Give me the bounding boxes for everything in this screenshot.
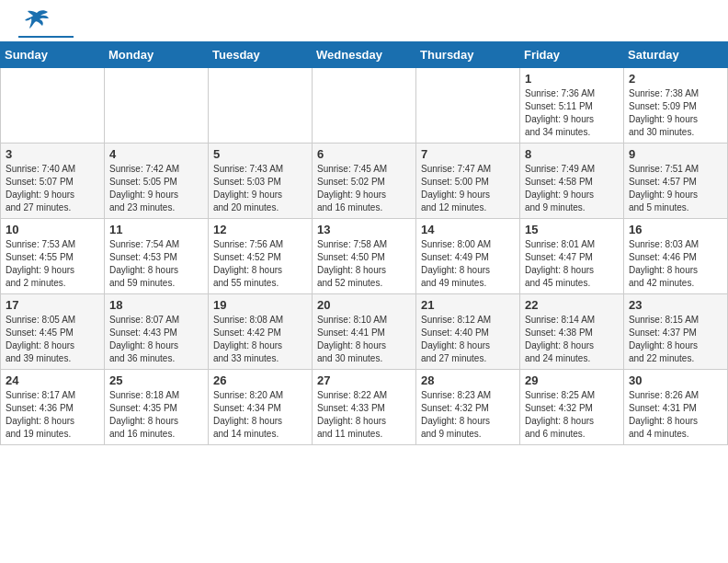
weekday-header-tuesday: Tuesday bbox=[209, 42, 313, 68]
calendar-cell: 28Sunrise: 8:23 AM Sunset: 4:32 PM Dayli… bbox=[416, 370, 520, 445]
day-number: 22 bbox=[525, 298, 619, 312]
day-number: 29 bbox=[525, 373, 619, 387]
day-info: Sunrise: 8:14 AM Sunset: 4:38 PM Dayligh… bbox=[525, 314, 619, 365]
day-number: 4 bbox=[109, 147, 203, 161]
calendar-cell: 20Sunrise: 8:10 AM Sunset: 4:41 PM Dayli… bbox=[313, 294, 416, 370]
day-number: 12 bbox=[213, 223, 307, 236]
day-number: 21 bbox=[421, 298, 515, 312]
calendar-cell: 17Sunrise: 8:05 AM Sunset: 4:45 PM Dayli… bbox=[1, 294, 105, 370]
day-info: Sunrise: 7:43 AM Sunset: 5:03 PM Dayligh… bbox=[213, 163, 307, 214]
day-number: 6 bbox=[317, 147, 411, 161]
day-number: 23 bbox=[629, 298, 722, 312]
weekday-header-monday: Monday bbox=[105, 42, 209, 68]
calendar-cell: 6Sunrise: 7:45 AM Sunset: 5:02 PM Daylig… bbox=[313, 144, 416, 219]
calendar-week-2: 3Sunrise: 7:40 AM Sunset: 5:07 PM Daylig… bbox=[1, 144, 728, 219]
day-number: 25 bbox=[109, 373, 203, 387]
day-info: Sunrise: 8:03 AM Sunset: 4:46 PM Dayligh… bbox=[629, 238, 722, 290]
day-number: 7 bbox=[421, 147, 515, 161]
calendar-cell: 27Sunrise: 8:22 AM Sunset: 4:33 PM Dayli… bbox=[313, 370, 416, 445]
day-number: 9 bbox=[629, 147, 722, 161]
calendar-cell: 4Sunrise: 7:42 AM Sunset: 5:05 PM Daylig… bbox=[105, 144, 209, 219]
calendar-week-1: 1Sunrise: 7:36 AM Sunset: 5:11 PM Daylig… bbox=[1, 68, 728, 144]
day-info: Sunrise: 8:01 AM Sunset: 4:47 PM Dayligh… bbox=[525, 238, 619, 290]
calendar-cell: 14Sunrise: 8:00 AM Sunset: 4:49 PM Dayli… bbox=[416, 219, 520, 294]
day-number: 16 bbox=[629, 223, 722, 236]
day-number: 20 bbox=[317, 298, 411, 312]
weekday-header-thursday: Thursday bbox=[416, 42, 520, 68]
calendar-cell: 9Sunrise: 7:51 AM Sunset: 4:57 PM Daylig… bbox=[624, 144, 728, 219]
day-info: Sunrise: 7:45 AM Sunset: 5:02 PM Dayligh… bbox=[317, 163, 411, 214]
calendar-cell: 23Sunrise: 8:15 AM Sunset: 4:37 PM Dayli… bbox=[624, 294, 728, 370]
weekday-header-friday: Friday bbox=[520, 42, 624, 68]
logo-underline bbox=[18, 36, 74, 38]
day-number: 18 bbox=[109, 298, 203, 312]
calendar-week-4: 17Sunrise: 8:05 AM Sunset: 4:45 PM Dayli… bbox=[1, 294, 728, 370]
day-number: 14 bbox=[421, 223, 515, 236]
calendar-cell: 22Sunrise: 8:14 AM Sunset: 4:38 PM Dayli… bbox=[520, 294, 624, 370]
day-info: Sunrise: 7:36 AM Sunset: 5:11 PM Dayligh… bbox=[525, 87, 619, 139]
calendar-cell: 15Sunrise: 8:01 AM Sunset: 4:47 PM Dayli… bbox=[520, 219, 624, 294]
day-info: Sunrise: 7:38 AM Sunset: 5:09 PM Dayligh… bbox=[629, 87, 722, 139]
day-info: Sunrise: 8:05 AM Sunset: 4:45 PM Dayligh… bbox=[6, 314, 99, 365]
day-info: Sunrise: 7:53 AM Sunset: 4:55 PM Dayligh… bbox=[6, 238, 99, 290]
day-info: Sunrise: 7:54 AM Sunset: 4:53 PM Dayligh… bbox=[109, 238, 203, 290]
calendar-cell: 11Sunrise: 7:54 AM Sunset: 4:53 PM Dayli… bbox=[105, 219, 209, 294]
day-number: 17 bbox=[6, 298, 99, 312]
weekday-header-sunday: Sunday bbox=[1, 42, 105, 68]
day-number: 3 bbox=[6, 147, 99, 161]
day-info: Sunrise: 7:56 AM Sunset: 4:52 PM Dayligh… bbox=[213, 238, 307, 290]
calendar-cell: 8Sunrise: 7:49 AM Sunset: 4:58 PM Daylig… bbox=[520, 144, 624, 219]
day-number: 24 bbox=[6, 373, 99, 387]
calendar-cell: 29Sunrise: 8:25 AM Sunset: 4:32 PM Dayli… bbox=[520, 370, 624, 445]
day-number: 27 bbox=[317, 373, 411, 387]
day-number: 5 bbox=[213, 147, 307, 161]
day-info: Sunrise: 8:22 AM Sunset: 4:33 PM Dayligh… bbox=[317, 389, 411, 441]
calendar-week-3: 10Sunrise: 7:53 AM Sunset: 4:55 PM Dayli… bbox=[1, 219, 728, 294]
calendar-table: SundayMondayTuesdayWednesdayThursdayFrid… bbox=[0, 41, 728, 445]
day-info: Sunrise: 8:07 AM Sunset: 4:43 PM Dayligh… bbox=[109, 314, 203, 365]
day-number: 2 bbox=[629, 72, 722, 86]
day-number: 30 bbox=[629, 373, 722, 387]
calendar-cell bbox=[209, 68, 313, 144]
logo-bird-icon bbox=[24, 9, 50, 35]
calendar-cell: 7Sunrise: 7:47 AM Sunset: 5:00 PM Daylig… bbox=[416, 144, 520, 219]
day-info: Sunrise: 7:58 AM Sunset: 4:50 PM Dayligh… bbox=[317, 238, 411, 290]
day-number: 15 bbox=[525, 223, 619, 236]
calendar-cell: 13Sunrise: 7:58 AM Sunset: 4:50 PM Dayli… bbox=[313, 219, 416, 294]
calendar-cell: 2Sunrise: 7:38 AM Sunset: 5:09 PM Daylig… bbox=[624, 68, 728, 144]
calendar-cell: 24Sunrise: 8:17 AM Sunset: 4:36 PM Dayli… bbox=[1, 370, 105, 445]
calendar-cell bbox=[416, 68, 520, 144]
calendar-cell: 5Sunrise: 7:43 AM Sunset: 5:03 PM Daylig… bbox=[209, 144, 313, 219]
day-info: Sunrise: 8:23 AM Sunset: 4:32 PM Dayligh… bbox=[421, 389, 515, 441]
day-number: 28 bbox=[421, 373, 515, 387]
day-info: Sunrise: 7:47 AM Sunset: 5:00 PM Dayligh… bbox=[421, 163, 515, 214]
weekday-header-row: SundayMondayTuesdayWednesdayThursdayFrid… bbox=[1, 42, 728, 68]
day-number: 19 bbox=[213, 298, 307, 312]
day-info: Sunrise: 8:25 AM Sunset: 4:32 PM Dayligh… bbox=[525, 389, 619, 441]
day-info: Sunrise: 8:12 AM Sunset: 4:40 PM Dayligh… bbox=[421, 314, 515, 365]
day-info: Sunrise: 8:00 AM Sunset: 4:49 PM Dayligh… bbox=[421, 238, 515, 290]
calendar-cell: 10Sunrise: 7:53 AM Sunset: 4:55 PM Dayli… bbox=[1, 219, 105, 294]
day-number: 11 bbox=[109, 223, 203, 236]
day-number: 13 bbox=[317, 223, 411, 236]
calendar-cell: 26Sunrise: 8:20 AM Sunset: 4:34 PM Dayli… bbox=[209, 370, 313, 445]
calendar-cell bbox=[313, 68, 416, 144]
calendar-cell: 30Sunrise: 8:26 AM Sunset: 4:31 PM Dayli… bbox=[624, 370, 728, 445]
day-info: Sunrise: 7:40 AM Sunset: 5:07 PM Dayligh… bbox=[6, 163, 99, 214]
calendar-cell: 21Sunrise: 8:12 AM Sunset: 4:40 PM Dayli… bbox=[416, 294, 520, 370]
calendar-cell: 3Sunrise: 7:40 AM Sunset: 5:07 PM Daylig… bbox=[1, 144, 105, 219]
page-header bbox=[0, 0, 728, 41]
day-info: Sunrise: 8:08 AM Sunset: 4:42 PM Dayligh… bbox=[213, 314, 307, 365]
calendar-cell: 16Sunrise: 8:03 AM Sunset: 4:46 PM Dayli… bbox=[624, 219, 728, 294]
day-info: Sunrise: 7:49 AM Sunset: 4:58 PM Dayligh… bbox=[525, 163, 619, 214]
day-info: Sunrise: 8:26 AM Sunset: 4:31 PM Dayligh… bbox=[629, 389, 722, 441]
day-info: Sunrise: 8:18 AM Sunset: 4:35 PM Dayligh… bbox=[109, 389, 203, 441]
calendar-cell: 1Sunrise: 7:36 AM Sunset: 5:11 PM Daylig… bbox=[520, 68, 624, 144]
day-number: 10 bbox=[6, 223, 99, 236]
day-info: Sunrise: 8:20 AM Sunset: 4:34 PM Dayligh… bbox=[213, 389, 307, 441]
day-info: Sunrise: 8:10 AM Sunset: 4:41 PM Dayligh… bbox=[317, 314, 411, 365]
calendar-cell: 19Sunrise: 8:08 AM Sunset: 4:42 PM Dayli… bbox=[209, 294, 313, 370]
weekday-header-saturday: Saturday bbox=[624, 42, 728, 68]
calendar-cell: 25Sunrise: 8:18 AM Sunset: 4:35 PM Dayli… bbox=[105, 370, 209, 445]
logo bbox=[18, 15, 74, 38]
